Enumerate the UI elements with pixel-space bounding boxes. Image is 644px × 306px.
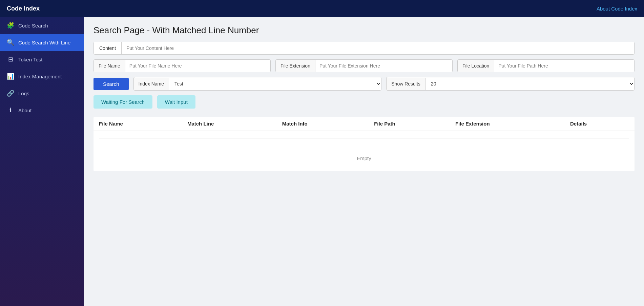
sidebar-item-token-test[interactable]: ⊟ Token Test [0, 51, 84, 68]
top-header: Code Index About Code Index [0, 0, 644, 17]
content-area: Search Page - With Matched Line Number C… [84, 17, 644, 306]
table-empty-row: Empty [94, 145, 635, 171]
search-button[interactable]: Search [94, 78, 129, 90]
index-name-label: Index Name [134, 78, 169, 90]
col-details: Details [565, 117, 635, 131]
empty-text: Empty [94, 145, 635, 171]
sidebar-item-code-search-with-line[interactable]: 🔍 Code Search With Line [0, 34, 84, 51]
col-match-info: Match Info [277, 117, 369, 131]
about-code-index-link[interactable]: About Code Index [597, 6, 637, 12]
fields-row: File Name File Extension File Location [94, 59, 635, 72]
sidebar-item-index-management[interactable]: 📊 Index Management [0, 68, 84, 85]
content-input[interactable] [122, 42, 634, 54]
file-name-group: File Name [94, 59, 271, 72]
wait-input-badge: Wait Input [157, 95, 195, 109]
file-extension-group: File Extension [275, 59, 453, 72]
page-title: Search Page - With Matched Line Number [94, 25, 635, 36]
sidebar-item-logs[interactable]: 🔗 Logs [0, 85, 84, 102]
chart-icon: 📊 [7, 73, 14, 80]
link-icon: 🔗 [7, 90, 14, 97]
show-results-label: Show Results [387, 78, 425, 90]
sidebar-item-code-search[interactable]: 🧩 Code Search [0, 17, 84, 34]
content-row: Content [94, 42, 635, 55]
show-results-select[interactable]: 10 20 50 100 [425, 77, 634, 90]
content-label: Content [94, 42, 122, 54]
info-icon: ℹ [7, 107, 14, 114]
col-file-extension: File Extension [450, 117, 565, 131]
puzzle-icon: 🧩 [7, 22, 14, 29]
file-extension-label: File Extension [276, 60, 315, 72]
index-name-group: Index Name Test Default Production [133, 77, 382, 91]
sidebar-item-about[interactable]: ℹ About [0, 102, 84, 119]
waiting-status-badge: Waiting For Search [94, 95, 152, 109]
token-icon: ⊟ [7, 56, 14, 63]
sidebar-item-code-search-label: Code Search [18, 23, 48, 28]
sidebar: 🧩 Code Search 🔍 Code Search With Line ⊟ … [0, 17, 84, 306]
index-name-select[interactable]: Test Default Production [169, 77, 381, 90]
show-results-group: Show Results 10 20 50 100 [386, 77, 635, 91]
app-title: Code Index [7, 5, 40, 12]
sidebar-item-code-search-with-line-label: Code Search With Line [18, 40, 70, 45]
status-row: Waiting For Search Wait Input [94, 95, 635, 109]
main-layout: 🧩 Code Search 🔍 Code Search With Line ⊟ … [0, 17, 644, 306]
file-location-label: File Location [458, 60, 494, 72]
sidebar-item-token-test-label: Token Test [18, 57, 42, 62]
file-name-input[interactable] [125, 60, 270, 72]
file-name-label: File Name [94, 60, 125, 72]
search-row: Search Index Name Test Default Productio… [94, 77, 635, 91]
file-location-input[interactable] [494, 60, 634, 72]
col-match-line: Match Line [182, 117, 277, 131]
sidebar-item-about-label: About [18, 108, 32, 113]
col-file-path: File Path [369, 117, 450, 131]
file-location-group: File Location [457, 59, 635, 72]
results-table: File Name Match Line Match Info File Pat… [94, 117, 635, 171]
file-extension-input[interactable] [315, 60, 452, 72]
sidebar-item-index-management-label: Index Management [18, 74, 62, 79]
search-icon: 🔍 [7, 39, 14, 46]
sidebar-item-logs-label: Logs [18, 91, 29, 96]
col-file-name: File Name [94, 117, 182, 131]
